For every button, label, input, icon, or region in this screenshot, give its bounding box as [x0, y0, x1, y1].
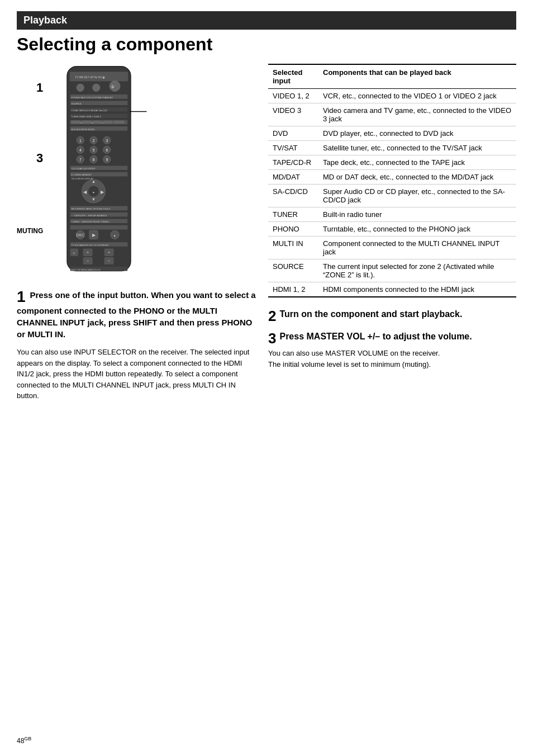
svg-text:DVD TOP MENU  MENU  F1  F2: DVD TOP MENU MENU F1 F2 — [72, 269, 101, 271]
step3: 3 Press MASTER VOL +/– to adjust the vol… — [268, 331, 516, 370]
step2-title: Turn on the component and start playback… — [279, 309, 462, 320]
description-cell: Built-in radio tuner — [318, 207, 516, 222]
svg-text:TV  RM SET UP  AV I/O  ⏻: TV RM SET UP AV I/O ⏻ — [75, 76, 106, 79]
step3-body2: The initial volume level is set to minim… — [268, 359, 516, 370]
step2-number: 2 — [268, 309, 276, 323]
table-row: VIDEO 1, 2VCR, etc., connected to the VI… — [268, 89, 516, 103]
description-cell: VCR, etc., connected to the VIDEO 1 or V… — [318, 89, 516, 103]
svg-text:⏻: ⏻ — [111, 85, 115, 88]
description-cell: Turntable, etc., connected to the PHONO … — [318, 222, 516, 237]
input-cell: VIDEO 3 — [268, 103, 318, 126]
muting-label: MUTING — [17, 227, 43, 235]
steps-section: 1 Press one of the input button. When yo… — [17, 289, 257, 401]
step3-body1: You can also use MASTER VOLUME on the re… — [268, 348, 516, 359]
input-cell: SOURCE — [268, 259, 318, 282]
step2-header: 2 Turn on the component and start playba… — [268, 309, 516, 323]
svg-text:+: + — [108, 250, 111, 255]
page-num-suffix: GB — [24, 736, 31, 741]
table-row: PHONOTurntable, etc., connected to the P… — [268, 222, 516, 237]
svg-text:●: ● — [93, 191, 94, 194]
svg-rect-60 — [70, 225, 128, 230]
playback-label: Playback — [23, 15, 67, 26]
svg-text:▲: ▲ — [92, 179, 96, 184]
step3-number: 3 — [268, 331, 276, 346]
col-header-description: Components that can be played back — [318, 64, 516, 89]
step3-header: 3 Press MASTER VOL +/– to adjust the vol… — [268, 331, 516, 346]
svg-text:PHONO  MULTI IN  SYSTEM STANDB: PHONO MULTI IN SYSTEM STANDBY — [72, 96, 113, 99]
svg-point-3 — [77, 84, 84, 91]
table-row: TUNERBuilt-in radio tuner — [268, 207, 516, 222]
svg-text:6: 6 — [106, 148, 108, 152]
table-row: MULTI INComponent connected to the MULTI… — [268, 237, 516, 259]
svg-rect-17 — [72, 121, 80, 124]
label-column: 1 3 MUTING — [17, 64, 43, 235]
svg-rect-20 — [103, 121, 113, 124]
step1-number: 1 — [17, 289, 26, 305]
playback-header: Playback — [17, 11, 516, 30]
description-cell: Component connected to the MULTI CHANNEL… — [318, 237, 516, 259]
svg-text:← CATEGORY +   REPLAY ADVANCE: ← CATEGORY + REPLAY ADVANCE — [72, 215, 107, 217]
description-cell: MD or DAT deck, etc., connected to the M… — [318, 170, 516, 185]
table-row: VIDEO 3Video camera and TV game, etc., c… — [268, 103, 516, 126]
input-cell: HDMI 1, 2 — [268, 282, 318, 297]
svg-text:9: 9 — [106, 158, 108, 162]
svg-rect-19 — [94, 121, 101, 124]
svg-rect-21 — [114, 121, 125, 124]
table-row: TV/SATSatellite tuner, etc., connected t… — [268, 141, 516, 155]
svg-text:−: − — [108, 258, 111, 263]
table-row: SOURCEThe current input selected for zon… — [268, 259, 516, 282]
svg-text:▶: ▶ — [101, 190, 104, 195]
description-cell: Super Audio CD or CD player, etc., conne… — [318, 185, 516, 207]
svg-text:7: 7 — [79, 158, 82, 162]
page-number: 48GB — [17, 725, 516, 745]
svg-text:TV/SAT TAPE/CD-R MDDAT SA-CD/C: TV/SAT TAPE/CD-R MDDAT SA-CD/C — [72, 110, 108, 112]
svg-rect-73 — [94, 249, 95, 256]
remote-wrapper: 1 3 MUTING TV RM SET UP AV I/O ⏻ — [17, 64, 257, 278]
svg-text:8: 8 — [93, 158, 95, 162]
svg-text:SOURCE: SOURCE — [72, 102, 82, 105]
svg-text:TV VOL  MASTER VOL  TV CH  PRE: TV VOL MASTER VOL TV CH PRESET — [72, 244, 110, 247]
input-cell: MULTI IN — [268, 237, 318, 259]
svg-text:■: ■ — [114, 234, 116, 237]
step1-normal-text: You can also use INPUT SELECTOR on the r… — [17, 347, 257, 401]
svg-text:TUNING−  CATEGORY MODE  TUNING: TUNING− CATEGORY MODE TUNING+ — [72, 221, 111, 223]
description-cell: DVD player, etc., connected to DVD jack — [318, 126, 516, 141]
input-cell: TAPE/CD-R — [268, 155, 318, 170]
input-cell: VIDEO 1, 2 — [268, 89, 318, 103]
main-content: 1 3 MUTING TV RM SET UP AV I/O ⏻ — [17, 64, 516, 725]
svg-text:3: 3 — [106, 139, 108, 143]
right-steps: 2 Turn on the component and start playba… — [268, 309, 516, 370]
table-row: SA-CD/CDSuper Audio CD or CD player, etc… — [268, 185, 516, 207]
description-cell: Video camera and TV game, etc., connecte… — [318, 103, 516, 126]
input-table: Selected input Components that can be pl… — [268, 64, 516, 297]
svg-text:2: 2 — [93, 139, 95, 143]
step2: 2 Turn on the component and start playba… — [268, 309, 516, 323]
svg-text:◀: ◀ — [84, 190, 88, 195]
svg-text:>10  CLEAR  0/10  ENTER: >10 CLEAR 0/10 ENTER — [72, 168, 96, 170]
svg-text:−: − — [87, 258, 89, 263]
svg-point-4 — [93, 84, 100, 91]
svg-text:▼: ▼ — [92, 197, 96, 202]
svg-text:RETURN/EXIT  MENU  OPTIONS TOO: RETURN/EXIT MENU OPTIONS TOOLS — [72, 208, 111, 210]
input-cell: TV/SAT — [268, 141, 318, 155]
left-column: 1 3 MUTING TV RM SET UP AV I/O ⏻ — [17, 64, 257, 725]
right-column: Selected input Components that can be pl… — [268, 64, 516, 725]
svg-text:▶: ▶ — [92, 233, 96, 238]
description-cell: Satellite tuner, etc., connected to the … — [318, 141, 516, 155]
svg-text:+: + — [87, 250, 89, 255]
input-cell: TUNER — [268, 207, 318, 222]
input-cell: SA-CD/CD — [268, 185, 318, 207]
input-cell: PHONO — [268, 222, 318, 237]
table-row: TAPE/CD-RTape deck, etc., connected to t… — [268, 155, 516, 170]
svg-text:ACH  ACD  MOVE  MUSIC: ACH ACD MOVE MUSIC — [72, 129, 96, 131]
svg-text:1: 1 — [79, 139, 82, 143]
description-cell: The current input selected for zone 2 (A… — [318, 259, 516, 282]
svg-text:4: 4 — [79, 148, 82, 152]
step-label-1: 1 — [36, 81, 43, 95]
svg-text:●: ● — [73, 252, 75, 254]
svg-rect-18 — [82, 121, 92, 124]
svg-text:D.TUNING       MEMORY: D.TUNING MEMORY — [72, 174, 92, 176]
remote-svg: TV RM SET UP AV I/O ⏻ ⏻ PHONO MULTI IN S… — [49, 64, 149, 276]
table-row: MD/DATMD or DAT deck, etc., connected to… — [268, 170, 516, 185]
table-row: HDMI 1, 2HDMI components connected to th… — [268, 282, 516, 297]
